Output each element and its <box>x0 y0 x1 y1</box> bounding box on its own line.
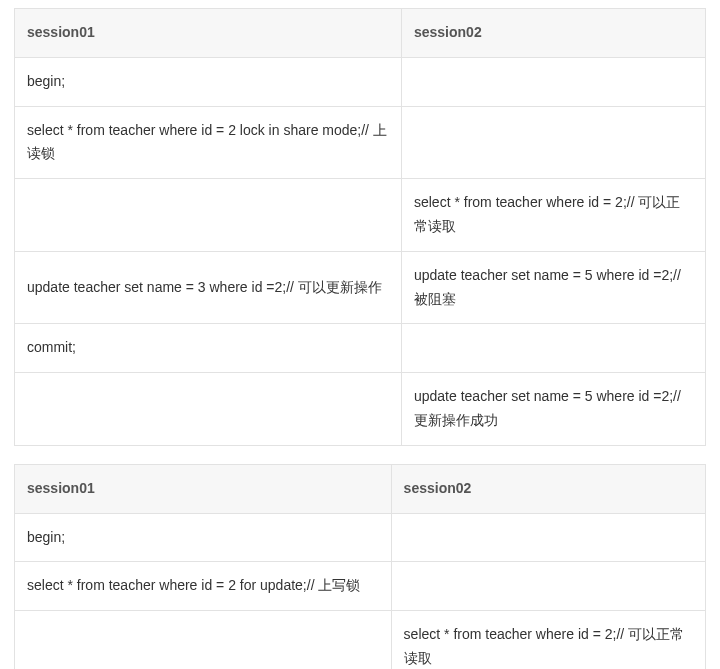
cell: update teacher set name = 5 where id =2;… <box>401 251 705 324</box>
cell <box>15 179 402 252</box>
cell <box>391 562 705 611</box>
cell: update teacher set name = 3 where id =2;… <box>15 251 402 324</box>
table-row: select * from teacher where id = 2;// 可以… <box>15 611 706 669</box>
cell <box>401 324 705 373</box>
cell: select * from teacher where id = 2;// 可以… <box>391 611 705 669</box>
table-row: select * from teacher where id = 2;// 可以… <box>15 179 706 252</box>
col-header-session01: session01 <box>15 464 392 513</box>
cell: select * from teacher where id = 2 for u… <box>15 562 392 611</box>
cell <box>401 57 705 106</box>
cell: begin; <box>15 513 392 562</box>
cell: select * from teacher where id = 2 lock … <box>15 106 402 179</box>
lock-share-mode-table: session01 session02 begin; select * from… <box>14 8 706 446</box>
table-row: update teacher set name = 3 where id =2;… <box>15 251 706 324</box>
cell <box>15 373 402 446</box>
col-header-session01: session01 <box>15 9 402 58</box>
table-header-row: session01 session02 <box>15 9 706 58</box>
cell: update teacher set name = 5 where id =2;… <box>401 373 705 446</box>
page: session01 session02 begin; select * from… <box>0 0 720 669</box>
table-row: commit; <box>15 324 706 373</box>
cell: begin; <box>15 57 402 106</box>
table-row: begin; <box>15 513 706 562</box>
table-row: update teacher set name = 5 where id =2;… <box>15 373 706 446</box>
cell: select * from teacher where id = 2;// 可以… <box>401 179 705 252</box>
table-row: select * from teacher where id = 2 for u… <box>15 562 706 611</box>
for-update-table: session01 session02 begin; select * from… <box>14 464 706 669</box>
table-header-row: session01 session02 <box>15 464 706 513</box>
col-header-session02: session02 <box>391 464 705 513</box>
cell: commit; <box>15 324 402 373</box>
cell <box>15 611 392 669</box>
col-header-session02: session02 <box>401 9 705 58</box>
table-row: select * from teacher where id = 2 lock … <box>15 106 706 179</box>
table-row: begin; <box>15 57 706 106</box>
cell <box>401 106 705 179</box>
cell <box>391 513 705 562</box>
